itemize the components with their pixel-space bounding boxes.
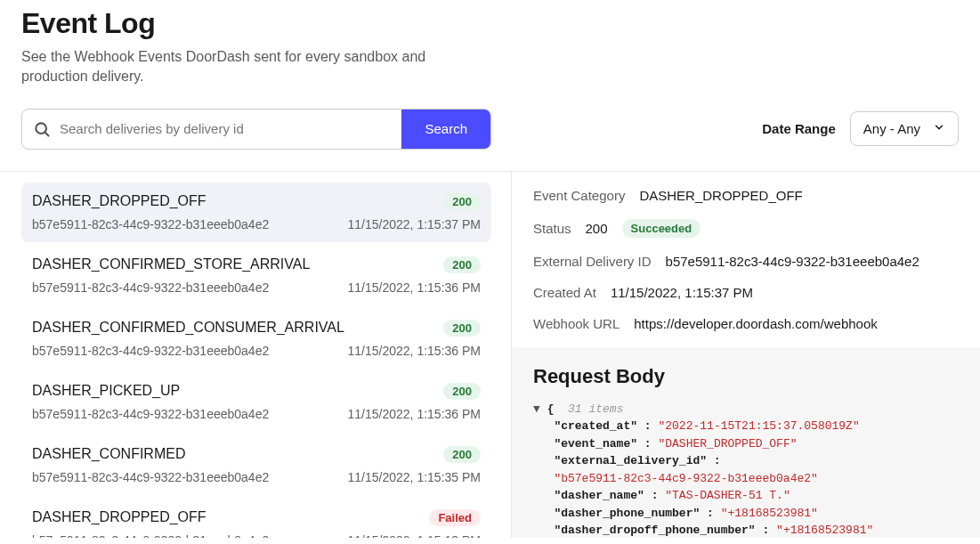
date-range-select[interactable]: Any - Any	[850, 111, 959, 146]
event-timestamp: 11/15/2022, 1:15:36 PM	[348, 280, 481, 295]
event-id: b57e5911-82c3-44c9-9322-b31eeeb0a4e2	[32, 470, 269, 484]
page-subtitle: See the Webhook Events DoorDash sent for…	[21, 47, 431, 87]
event-id: b57e5911-82c3-44c9-9322-b31eeeb0a4e2	[32, 407, 269, 421]
event-name: DASHER_PICKED_UP	[32, 383, 180, 399]
search-bar: Search	[21, 109, 491, 150]
request-body-json: ▼ { 31 items "created_at" : "2022-11-15T…	[533, 401, 959, 538]
event-timestamp: 11/15/2022, 1:15:36 PM	[348, 344, 481, 358]
event-item[interactable]: DASHER_DROPPED_OFFFailedb57e5911-82c3-44…	[21, 499, 491, 538]
detail-webhook-label: Webhook URL	[533, 316, 620, 331]
event-id: b57e5911-82c3-44c9-9322-b31eeeb0a4e2	[32, 344, 269, 358]
event-timestamp: 11/15/2022, 1:15:13 PM	[348, 533, 481, 538]
detail-extid-value: b57e5911-82c3-44c9-9322-b31eeeb0a4e2	[666, 254, 919, 269]
detail-status-pill: Succeeded	[622, 219, 701, 238]
status-badge: 200	[443, 383, 481, 400]
event-timestamp: 11/15/2022, 1:15:37 PM	[348, 217, 481, 231]
status-badge: 200	[443, 446, 481, 463]
status-badge: 200	[443, 193, 481, 210]
json-toggle-icon[interactable]: ▼	[533, 402, 540, 416]
status-badge: Failed	[429, 509, 481, 526]
event-name: DASHER_CONFIRMED_CONSUMER_ARRIVAL	[32, 320, 344, 336]
event-list: DASHER_DROPPED_OFF200b57e5911-82c3-44c9-…	[21, 172, 512, 538]
event-item[interactable]: DASHER_CONFIRMED200b57e5911-82c3-44c9-93…	[21, 435, 491, 495]
event-item[interactable]: DASHER_PICKED_UP200b57e5911-82c3-44c9-93…	[21, 372, 491, 432]
event-name: DASHER_CONFIRMED_STORE_ARRIVAL	[32, 256, 310, 272]
request-body-section: Request Body ▼ { 31 items "created_at" :…	[512, 347, 980, 538]
date-range-label: Date Range	[762, 121, 836, 136]
date-range-value: Any - Any	[863, 121, 920, 136]
event-name: DASHER_CONFIRMED	[32, 446, 185, 462]
event-timestamp: 11/15/2022, 1:15:35 PM	[348, 470, 481, 484]
detail-extid-label: External Delivery ID	[533, 254, 652, 269]
search-input[interactable]	[60, 110, 391, 149]
detail-webhook-value: https://developer.doordash.com/webhook	[634, 316, 878, 331]
detail-created-value: 11/15/2022, 1:15:37 PM	[611, 285, 753, 300]
event-timestamp: 11/15/2022, 1:15:36 PM	[348, 407, 481, 421]
detail-created-label: Created At	[533, 285, 596, 300]
event-item[interactable]: DASHER_DROPPED_OFF200b57e5911-82c3-44c9-…	[21, 183, 491, 242]
detail-status-code: 200	[586, 221, 608, 236]
detail-category-label: Event Category	[533, 188, 625, 203]
request-body-title: Request Body	[533, 365, 959, 388]
event-id: b57e5911-82c3-44c9-9322-b31eeeb0a4e2	[32, 217, 269, 231]
svg-line-1	[45, 133, 49, 136]
detail-status-label: Status	[533, 221, 571, 236]
status-badge: 200	[443, 256, 481, 273]
event-id: b57e5911-82c3-44c9-9322-b31eeeb0a4e2	[32, 533, 269, 538]
event-id: b57e5911-82c3-44c9-9322-b31eeeb0a4e2	[32, 280, 269, 295]
page-title: Event Log	[21, 7, 959, 40]
search-button[interactable]: Search	[401, 110, 490, 149]
detail-category-value: DASHER_DROPPED_OFF	[639, 188, 802, 203]
event-name: DASHER_DROPPED_OFF	[32, 193, 207, 209]
status-badge: 200	[443, 320, 481, 337]
event-item[interactable]: DASHER_CONFIRMED_STORE_ARRIVAL200b57e591…	[21, 246, 491, 305]
chevron-down-icon	[933, 121, 945, 136]
event-detail-panel: Event Category DASHER_DROPPED_OFF Status…	[512, 172, 980, 538]
search-icon	[33, 120, 51, 138]
event-item[interactable]: DASHER_CONFIRMED_CONSUMER_ARRIVAL200b57e…	[21, 309, 491, 369]
event-name: DASHER_DROPPED_OFF	[32, 509, 207, 525]
